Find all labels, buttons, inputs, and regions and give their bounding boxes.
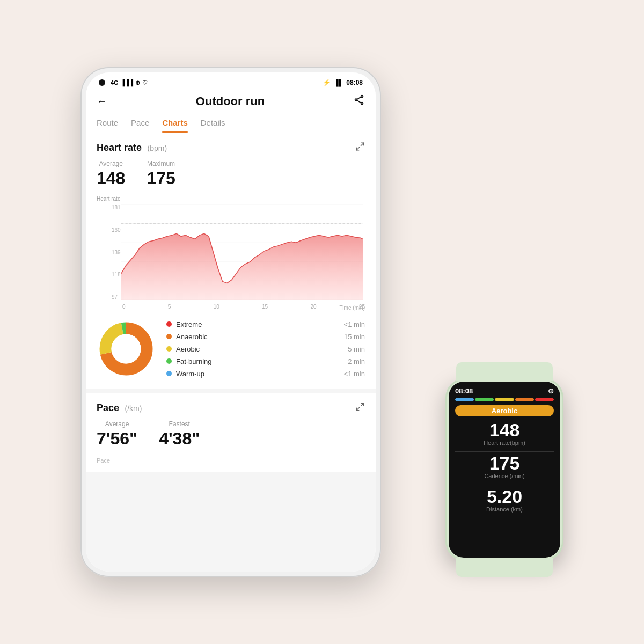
extreme-value: <1 min [344, 320, 365, 328]
watch-metric-distance: 5.20 Distance (km) [455, 487, 554, 513]
y-tick-139: 139 [112, 250, 121, 255]
legend-anaerobic: Anaerobic 15 min [166, 333, 365, 341]
anaerobic-dot [166, 334, 172, 339]
tab-details[interactable]: Details [201, 115, 225, 133]
x-tick-5: 5 [168, 304, 171, 310]
watch-metric-heartrate: 148 Heart rate(bpm) [455, 421, 554, 446]
color-warmup [455, 398, 474, 401]
svg-line-4 [357, 100, 361, 103]
y-axis: 181 160 139 118 97 [112, 204, 121, 300]
watch-screen: 08:08 ⊙ Aerobic 148 Heart rate(bpm) [449, 382, 560, 558]
extreme-label: Extreme [176, 320, 344, 328]
status-right: ⚡ ▐▌ 08:08 [323, 79, 363, 86]
legend-aerobic: Aerobic 5 min [166, 345, 365, 353]
bluetooth-icon: ⚡ [323, 79, 331, 86]
watch-distance-value: 5.20 [487, 487, 522, 506]
watch-cadence-value: 175 [489, 454, 520, 472]
watch-band-top [456, 362, 553, 381]
color-extreme [535, 398, 554, 401]
time-display: 08:08 [346, 79, 363, 86]
color-fatburning [475, 398, 494, 401]
pace-expand-icon[interactable] [355, 402, 365, 414]
extreme-dot [166, 321, 172, 327]
phone-inner: 4G ▐▐▐ ⊕ ♡ ⚡ ▐▌ 08:08 ← Outdoor run [86, 72, 376, 572]
watch-badge: Aerobic [455, 405, 554, 416]
pace-average-label: Average [105, 420, 129, 428]
smartwatch: 08:08 ⊙ Aerobic 148 Heart rate(bpm) [445, 378, 564, 561]
aerobic-dot [166, 346, 172, 352]
fatburning-value: 2 min [348, 357, 365, 365]
watch-divider-1 [455, 451, 554, 452]
warmup-value: <1 min [344, 370, 365, 378]
tab-route[interactable]: Route [97, 115, 118, 133]
legend-extreme: Extreme <1 min [166, 320, 365, 328]
fatburning-label: Fat-burning [176, 357, 348, 365]
heart-rate-chart: Heart rate 181 160 139 118 97 [97, 197, 365, 315]
pace-section: Pace (/km) Average 7 [86, 393, 376, 472]
y-tick-118: 118 [112, 272, 121, 277]
chart-y-label: Heart rate [97, 196, 120, 202]
scene: 4G ▐▐▐ ⊕ ♡ ⚡ ▐▌ 08:08 ← Outdoor run [80, 67, 564, 577]
warmup-label: Warm-up [176, 370, 344, 378]
heart-rate-header: Heart rate (bpm) [97, 142, 365, 153]
watch-color-bar [455, 398, 554, 401]
aerobic-value: 5 min [348, 345, 365, 353]
share-button[interactable] [353, 94, 365, 108]
signal-icon: 4G [111, 79, 119, 86]
back-button[interactable]: ← [97, 95, 107, 107]
pace-unit: (/km) [125, 404, 142, 413]
fatburning-dot [166, 358, 172, 364]
pace-title: Pace [97, 402, 119, 413]
heart-rate-title: Heart rate [97, 142, 142, 153]
status-bar: 4G ▐▐▐ ⊕ ♡ ⚡ ▐▌ 08:08 [86, 72, 376, 90]
average-value: 148 [97, 169, 125, 188]
x-axis: 0 5 10 15 20 25 Time (min) [122, 304, 365, 310]
tab-pace[interactable]: Pace [131, 115, 149, 133]
anaerobic-label: Anaerobic [176, 333, 344, 341]
maximum-label: Maximum [147, 160, 175, 167]
zone-legend: Extreme <1 min Anaerobic 15 min [166, 320, 365, 378]
pace-stats: Average 7'56" Fastest 4'38" [97, 420, 365, 449]
expand-icon[interactable] [355, 142, 365, 153]
svg-line-3 [357, 97, 361, 99]
watch-location-icon: ⊙ [548, 387, 554, 395]
page-title: Outdoor run [196, 94, 265, 108]
pace-fastest-label: Fastest [169, 420, 190, 428]
watch-status-bar: 08:08 ⊙ [455, 387, 554, 395]
legend-warmup: Warm-up <1 min [166, 370, 365, 378]
pace-average-stat: Average 7'56" [97, 420, 137, 449]
maximum-value: 175 [147, 169, 175, 188]
watch-band-bottom [456, 558, 553, 577]
svg-line-6 [356, 148, 359, 150]
watch-divider-2 [455, 485, 554, 485]
svg-line-21 [356, 408, 359, 411]
heart-rate-section: Heart rate (bpm) Average [86, 133, 376, 389]
tab-charts[interactable]: Charts [162, 115, 188, 133]
average-stat: Average 148 [97, 160, 125, 188]
signal-bars: ▐▐▐ [121, 79, 133, 86]
x-tick-20: 20 [310, 304, 316, 310]
x-tick-15: 15 [262, 304, 268, 310]
watch-heartrate-value: 148 [489, 421, 520, 439]
y-tick-97: 97 [112, 294, 121, 300]
x-tick-10: 10 [214, 304, 219, 310]
svg-line-5 [361, 143, 364, 145]
color-aerobic [495, 398, 514, 401]
tab-bar: Route Pace Charts Details [86, 112, 376, 133]
y-tick-181: 181 [112, 204, 121, 210]
app-header: ← Outdoor run [86, 90, 376, 112]
wifi-icon: ⊕ [135, 79, 140, 86]
content-area: Heart rate (bpm) Average [86, 133, 376, 572]
svg-line-20 [361, 403, 364, 406]
pace-title-group: Pace (/km) [97, 402, 142, 414]
donut-chart [97, 319, 156, 378]
status-left: 4G ▐▐▐ ⊕ ♡ [99, 79, 148, 86]
aerobic-label: Aerobic [176, 345, 348, 353]
watch-distance-label: Distance (km) [486, 506, 523, 513]
pace-chart-label: Pace [97, 457, 365, 464]
x-tick-0: 0 [122, 304, 126, 310]
watch-metric-cadence: 175 Cadence (/min) [455, 454, 554, 479]
battery-icon: ▐▌ [334, 79, 343, 86]
camera [99, 79, 105, 86]
heart-zone-container: Extreme <1 min Anaerobic 15 min [97, 315, 365, 380]
